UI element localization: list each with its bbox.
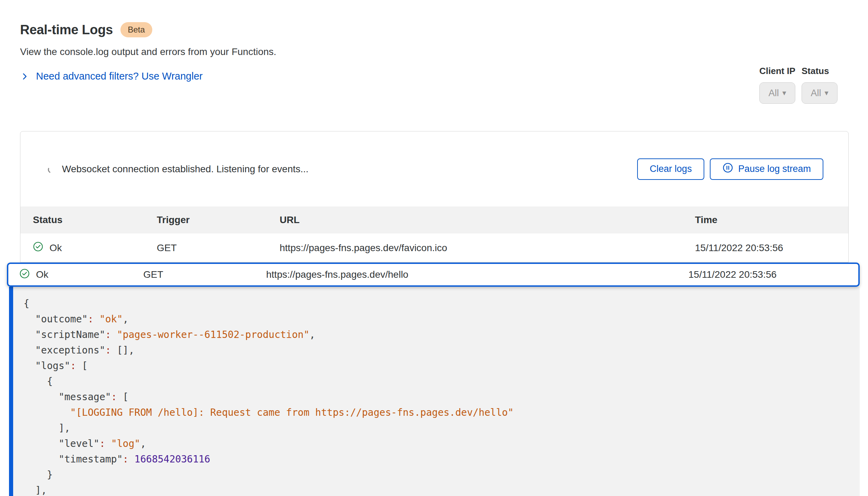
check-circle-icon	[19, 268, 30, 281]
row-time: 15/11/2022 20:53:56	[688, 269, 847, 280]
client-ip-filter-label: Client IP	[759, 66, 795, 76]
log-panel: Websocket connection established. Listen…	[20, 131, 849, 263]
status-filter-label: Status	[802, 66, 838, 76]
row-status: Ok	[49, 242, 62, 254]
column-header-time: Time	[695, 214, 836, 226]
pause-log-stream-button[interactable]: Pause log stream	[710, 158, 823, 180]
column-header-trigger: Trigger	[157, 214, 280, 226]
log-table-row-selected[interactable]: Ok GET https://pages-fns.pages.dev/hello…	[7, 263, 860, 287]
page-header: Real-time Logs Beta View the console.log…	[20, 22, 276, 82]
caret-down-icon: ▾	[782, 89, 786, 97]
log-json-content: { "outcome": "ok", "scriptName": "pages-…	[24, 296, 846, 496]
check-circle-icon	[33, 241, 43, 254]
row-time: 15/11/2022 20:53:56	[695, 242, 836, 254]
row-url: https://pages-fns.pages.dev/favicon.ico	[280, 242, 695, 254]
wrangler-advanced-filters-link[interactable]: Need advanced filters? Use Wrangler	[20, 71, 202, 82]
clear-logs-button[interactable]: Clear logs	[637, 158, 704, 180]
pause-circle-icon	[722, 162, 733, 176]
row-trigger: GET	[157, 242, 280, 254]
expanded-log-entry: Ok GET https://pages-fns.pages.dev/hello…	[7, 263, 860, 496]
websocket-status-message: Websocket connection established. Listen…	[62, 164, 308, 175]
page-subtitle: View the console.log output and errors f…	[20, 46, 276, 57]
column-header-status: Status	[33, 214, 157, 226]
chevron-right-icon	[20, 72, 29, 81]
log-filters: Client IP All ▾ Status All ▾	[759, 66, 838, 104]
log-detail-json-viewer: { "outcome": "ok", "scriptName": "pages-…	[9, 287, 860, 496]
status-filter-dropdown[interactable]: All ▾	[802, 82, 838, 104]
client-ip-filter-value: All	[768, 88, 779, 99]
wrangler-link-label: Need advanced filters? Use Wrangler	[36, 71, 202, 82]
loading-spinner-icon	[47, 165, 56, 173]
row-trigger: GET	[143, 269, 266, 280]
row-status: Ok	[36, 269, 48, 280]
log-panel-toolbar: Websocket connection established. Listen…	[20, 131, 848, 206]
column-header-url: URL	[280, 214, 695, 226]
pause-log-stream-label: Pause log stream	[738, 164, 811, 174]
row-url: https://pages-fns.pages.dev/hello	[266, 269, 688, 280]
caret-down-icon: ▾	[824, 89, 828, 97]
status-filter-value: All	[811, 88, 821, 99]
client-ip-filter-dropdown[interactable]: All ▾	[759, 82, 795, 104]
log-table-row[interactable]: Ok GET https://pages-fns.pages.dev/favic…	[20, 233, 848, 263]
beta-badge: Beta	[120, 22, 152, 37]
page-title: Real-time Logs	[20, 22, 113, 37]
log-table-header: Status Trigger URL Time	[20, 206, 848, 233]
clear-logs-label: Clear logs	[650, 164, 692, 174]
